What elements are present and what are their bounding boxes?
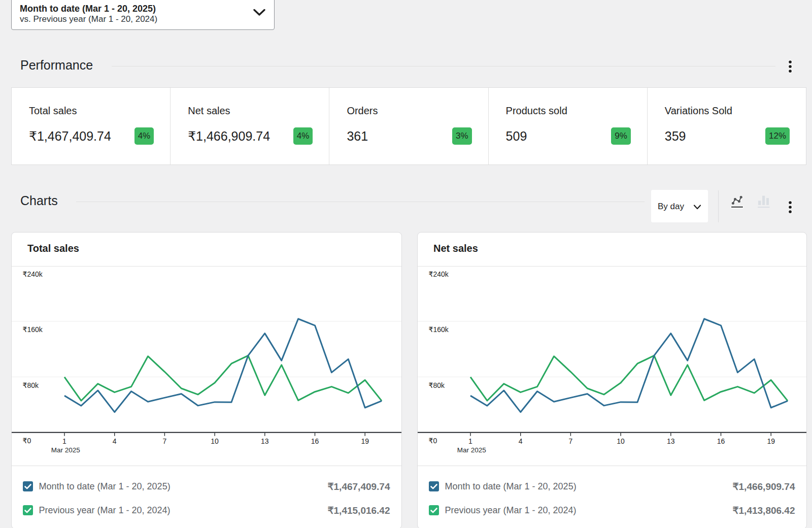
svg-text:₹80k: ₹80k <box>23 381 39 389</box>
svg-text:Mar 2025: Mar 2025 <box>51 446 80 454</box>
svg-text:₹240k: ₹240k <box>23 270 43 278</box>
svg-text:10: 10 <box>617 437 625 445</box>
svg-text:₹240k: ₹240k <box>429 270 449 278</box>
svg-text:₹0: ₹0 <box>23 437 31 445</box>
svg-text:19: 19 <box>767 437 775 445</box>
svg-text:13: 13 <box>261 437 269 445</box>
svg-text:16: 16 <box>311 437 319 445</box>
svg-text:7: 7 <box>163 437 167 445</box>
svg-text:₹160k: ₹160k <box>429 325 449 334</box>
svg-text:₹80k: ₹80k <box>429 381 445 389</box>
svg-text:1: 1 <box>62 437 66 445</box>
svg-text:16: 16 <box>717 437 725 445</box>
svg-text:13: 13 <box>667 437 675 445</box>
svg-text:19: 19 <box>361 437 369 445</box>
svg-text:4: 4 <box>519 437 523 445</box>
svg-text:₹0: ₹0 <box>429 437 437 445</box>
svg-text:10: 10 <box>211 437 219 445</box>
svg-text:₹160k: ₹160k <box>23 325 43 334</box>
svg-text:4: 4 <box>113 437 117 445</box>
svg-text:Mar 2025: Mar 2025 <box>457 446 486 454</box>
svg-text:1: 1 <box>468 437 472 445</box>
svg-text:7: 7 <box>569 437 573 445</box>
